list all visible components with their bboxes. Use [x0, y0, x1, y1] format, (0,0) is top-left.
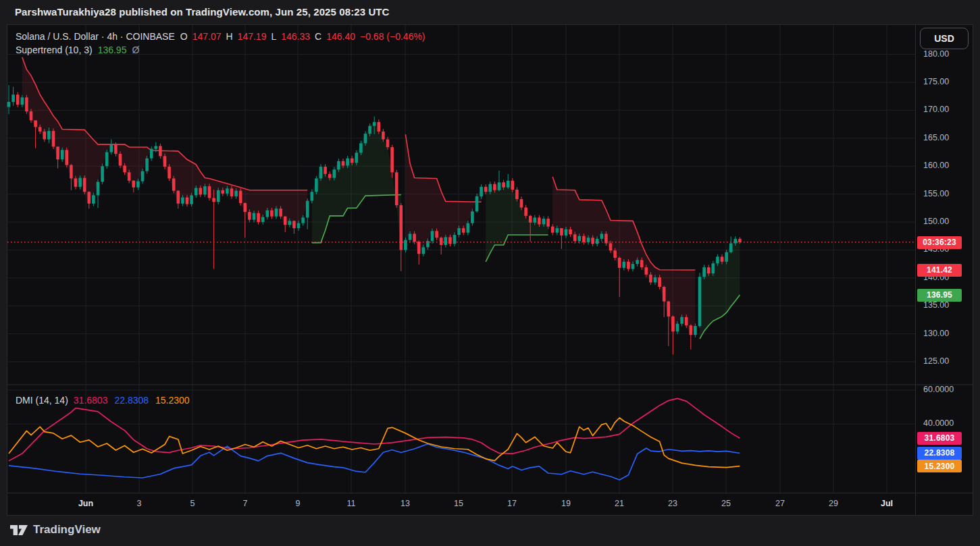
axis-tick-label: 130.00	[923, 329, 949, 338]
dmi-title: DMI (14, 14)	[16, 395, 68, 406]
time-tick-label: 3	[137, 499, 142, 508]
time-tick-label: 15	[454, 499, 463, 508]
supertrend-legend[interactable]: Supertrend (10, 3) 136.95 Ø	[16, 45, 139, 55]
axis-price-badge: 141.42	[917, 264, 962, 277]
dmi-values: 31.680322.830815.2300	[74, 395, 190, 406]
axis-price-badge: 22.8308	[917, 447, 962, 460]
axis-tick-label: 155.00	[923, 189, 949, 198]
tradingview-logo[interactable]: TradingView	[10, 523, 101, 537]
axis-tick-label: 180.00	[923, 49, 949, 59]
axis-tick-label: 135.00	[923, 300, 949, 310]
page: ParshwaTurakhiya28 published on TradingV…	[0, 0, 980, 546]
axis-price-badge: 136.95	[917, 289, 962, 302]
ohlc-value: C	[315, 31, 321, 42]
symbol-legend[interactable]: Solana / U.S. Dollar · 4h · COINBASE O14…	[16, 31, 425, 42]
axis-price-badge: 15.2300	[917, 460, 962, 472]
axis-tick-label: 165.00	[923, 133, 949, 142]
symbol-title: Solana / U.S. Dollar · 4h · COINBASE	[16, 31, 175, 42]
axis-tick-label: 125.00	[923, 356, 949, 366]
time-tick-label: Jul	[881, 499, 893, 508]
chart-canvas[interactable]	[0, 0, 980, 546]
time-tick-label: 7	[243, 499, 248, 508]
symbol-ohlc-values: O147.07H147.19L146.33C146.40−0.68 (−0.46…	[180, 31, 425, 42]
axis-tick-label: 40.0000	[923, 418, 954, 428]
ohlc-value: 147.07	[192, 31, 222, 42]
currency-toggle-button[interactable]: USD	[920, 28, 969, 49]
ohlc-value: 146.33	[281, 31, 310, 42]
axis-tick-label: 170.00	[923, 105, 949, 114]
axis-tick-label: 175.00	[923, 77, 949, 86]
time-tick-label: 13	[401, 499, 410, 508]
time-tick-label: 27	[775, 499, 785, 508]
axis-tick-label: 160.00	[923, 161, 949, 170]
dmi-value: 31.6803	[74, 395, 108, 406]
dmi-value: 15.2300	[155, 395, 190, 406]
ohlc-value: −0.68 (−0.46%)	[360, 31, 425, 42]
time-tick-label: 23	[668, 499, 677, 508]
dmi-value: 22.8308	[114, 395, 149, 406]
axis-price-badge: 31.6803	[917, 432, 962, 445]
tradingview-logo-text: TradingView	[33, 523, 101, 537]
supertrend-title: Supertrend (10, 3)	[16, 45, 93, 55]
time-tick-label: 9	[296, 499, 301, 508]
supertrend-value: 136.95	[98, 45, 127, 55]
time-tick-label: 17	[507, 499, 517, 508]
time-tick-label: 29	[829, 499, 838, 508]
ohlc-value: L	[271, 31, 276, 42]
axis-price-badge: 03:36:23	[917, 236, 962, 249]
dmi-legend[interactable]: DMI (14, 14) 31.680322.830815.2300	[16, 395, 190, 406]
tradingview-logo-icon	[10, 525, 28, 535]
hidden-values-icon[interactable]: Ø	[132, 45, 139, 55]
ohlc-value: H	[226, 31, 232, 42]
time-tick-label: 25	[721, 499, 731, 508]
time-tick-label: 19	[561, 499, 571, 508]
time-tick-label: 21	[615, 499, 624, 508]
time-tick-label: 5	[190, 499, 195, 508]
ohlc-value: O	[180, 31, 188, 42]
axis-tick-label: 150.00	[923, 217, 949, 226]
ohlc-value: 146.40	[326, 31, 355, 42]
ohlc-value: 147.19	[238, 31, 267, 42]
axis-tick-label: 60.0000	[923, 385, 954, 394]
time-tick-label: Jun	[78, 499, 93, 508]
time-tick-label: 11	[347, 499, 356, 508]
